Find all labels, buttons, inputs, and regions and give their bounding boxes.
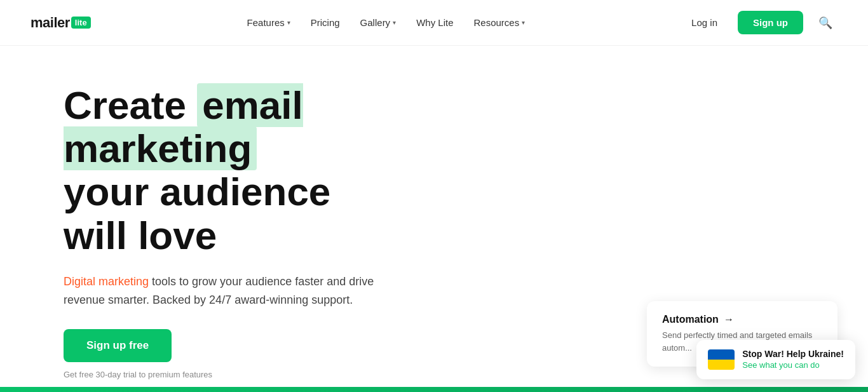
nav-features[interactable]: Features ▾ bbox=[240, 12, 298, 33]
nav-resources[interactable]: Resources ▾ bbox=[466, 12, 532, 33]
ukraine-flag bbox=[708, 349, 735, 370]
login-button[interactable]: Log in bbox=[681, 12, 728, 33]
chevron-down-icon: ▾ bbox=[287, 19, 290, 26]
hero-section: Create email marketing your audience wil… bbox=[0, 46, 445, 392]
bottom-bar bbox=[0, 387, 868, 392]
ukraine-banner: Stop War! Help Ukraine! See what you can… bbox=[696, 340, 855, 379]
ukraine-banner-title: Stop War! Help Ukraine! bbox=[742, 349, 844, 359]
logo-lite-badge: lite bbox=[71, 17, 91, 29]
automation-arrow-icon: → bbox=[724, 314, 734, 325]
ukraine-banner-link[interactable]: See what you can do bbox=[742, 360, 819, 370]
main-nav: Features ▾ Pricing Gallery ▾ Why Lite Re… bbox=[240, 12, 533, 33]
automation-title: Automation → bbox=[662, 314, 822, 325]
chevron-down-icon: ▾ bbox=[522, 19, 525, 26]
signup-button[interactable]: Sign up bbox=[738, 11, 803, 34]
logo-mailer-text: mailer bbox=[31, 15, 70, 31]
chevron-down-icon: ▾ bbox=[393, 19, 396, 26]
hero-title: Create email marketing your audience wil… bbox=[64, 84, 394, 257]
nav-gallery[interactable]: Gallery ▾ bbox=[353, 12, 404, 33]
ukraine-flag-blue bbox=[708, 349, 735, 360]
hero-subtitle-highlight: Digital marketing bbox=[64, 275, 149, 288]
hero-subtitle: Digital marketing tools to grow your aud… bbox=[64, 273, 394, 309]
ukraine-banner-text: Stop War! Help Ukraine! See what you can… bbox=[742, 349, 844, 370]
ukraine-flag-yellow bbox=[708, 360, 735, 370]
header-actions: Log in Sign up 🔍 bbox=[681, 11, 837, 35]
trial-text: Get free 30-day trial to premium feature… bbox=[64, 370, 394, 379]
signup-free-button[interactable]: Sign up free bbox=[64, 329, 172, 362]
search-icon: 🔍 bbox=[818, 17, 832, 29]
search-button[interactable]: 🔍 bbox=[813, 11, 837, 35]
logo[interactable]: mailerlite bbox=[31, 15, 91, 31]
nav-pricing[interactable]: Pricing bbox=[303, 12, 348, 33]
nav-why-lite[interactable]: Why Lite bbox=[409, 12, 461, 33]
header: mailerlite Features ▾ Pricing Gallery ▾ … bbox=[0, 0, 868, 46]
